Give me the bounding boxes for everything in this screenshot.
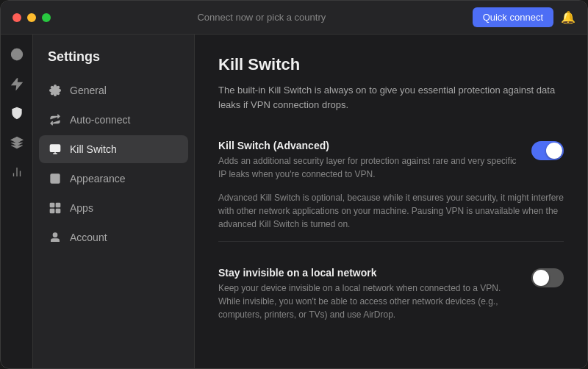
kill-switch-advanced-toggle[interactable] [531,141,564,160]
svg-rect-16 [56,209,60,212]
title-center-text: Connect now or pick a country [51,12,473,23]
autoconnect-icon [48,112,62,127]
nav-chart-icon[interactable] [3,158,31,186]
stay-invisible-toggle[interactable] [531,268,564,287]
account-icon [48,230,62,245]
general-label: General [70,85,107,96]
quick-connect-button[interactable]: Quick connect [473,7,553,27]
nav-layers-icon[interactable] [3,129,31,157]
stay-invisible-control [531,267,564,287]
kill-switch-advanced-control [531,140,564,160]
kill-switch-advanced-row: Kill Switch (Advanced) Adds an additiona… [218,129,564,191]
account-label: Account [70,232,107,243]
svg-rect-7 [50,145,60,151]
sidebar: Settings General [33,35,195,368]
page-subtitle: The built-in Kill Switch is always on to… [218,83,564,112]
bell-icon[interactable]: 🔔 [561,10,576,24]
minimize-button[interactable] [27,13,36,22]
sidebar-item-general[interactable]: General [39,76,188,104]
svg-point-17 [53,233,57,237]
appearance-icon [48,171,62,186]
page-title: Kill Switch [218,55,564,74]
sidebar-item-autoconnect[interactable]: Auto-connect [39,106,188,134]
toggle-knob [546,143,562,159]
kill-switch-advanced-text: Kill Switch (Advanced) Adds an additiona… [218,140,517,181]
apps-icon [48,201,62,215]
stay-invisible-text: Stay invisible on a local network Keep y… [218,267,517,321]
killswitch-label: Kill Switch [70,143,117,155]
nav-lightning-icon[interactable] [3,70,31,98]
stay-invisible-section: Stay invisible on a local network Keep y… [218,257,564,332]
sidebar-item-account[interactable]: Account [39,223,188,251]
sidebar-nav: General Auto-connect [33,76,194,251]
close-button[interactable] [12,13,21,22]
main-content: Settings General [1,35,587,368]
window-controls [12,13,51,22]
svg-rect-13 [50,203,54,207]
nav-globe-icon[interactable] [3,40,31,68]
stay-invisible-desc: Keep your device invisible on a local ne… [218,282,517,321]
sidebar-left-icons [1,35,33,368]
stay-invisible-row: Stay invisible on a local network Keep y… [218,257,564,332]
general-icon [48,83,62,98]
sidebar-item-apps[interactable]: Apps [39,194,188,222]
sidebar-item-appearance[interactable]: Appearance [39,165,188,193]
svg-rect-14 [56,203,60,207]
appearance-label: Appearance [70,173,126,184]
sidebar-item-killswitch[interactable]: Kill Switch [39,135,188,163]
svg-rect-10 [51,174,60,183]
title-bar: Connect now or pick a country Quick conn… [1,1,587,35]
stay-invisible-label: Stay invisible on a local network [218,267,517,279]
toggle-knob-2 [533,270,549,286]
nav-shield-icon[interactable] [3,99,31,127]
content-area: Kill Switch The built-in Kill Switch is … [195,35,587,368]
svg-marker-2 [11,137,22,143]
kill-switch-advanced-desc: Adds an additional security layer for pr… [218,154,517,181]
kill-switch-advanced-label: Kill Switch (Advanced) [218,140,517,151]
title-actions: Quick connect 🔔 [473,7,576,27]
maximize-button[interactable] [42,13,51,22]
app-window: Connect now or pick a country Quick conn… [0,0,588,369]
kill-switch-section: Kill Switch (Advanced) Adds an additiona… [218,129,564,242]
svg-rect-15 [50,209,54,212]
autoconnect-label: Auto-connect [70,114,131,126]
apps-label: Apps [70,202,93,214]
sidebar-title: Settings [33,43,194,76]
kill-switch-advanced-note: Advanced Kill Switch is optional, becaus… [218,191,564,242]
killswitch-icon [48,142,62,157]
